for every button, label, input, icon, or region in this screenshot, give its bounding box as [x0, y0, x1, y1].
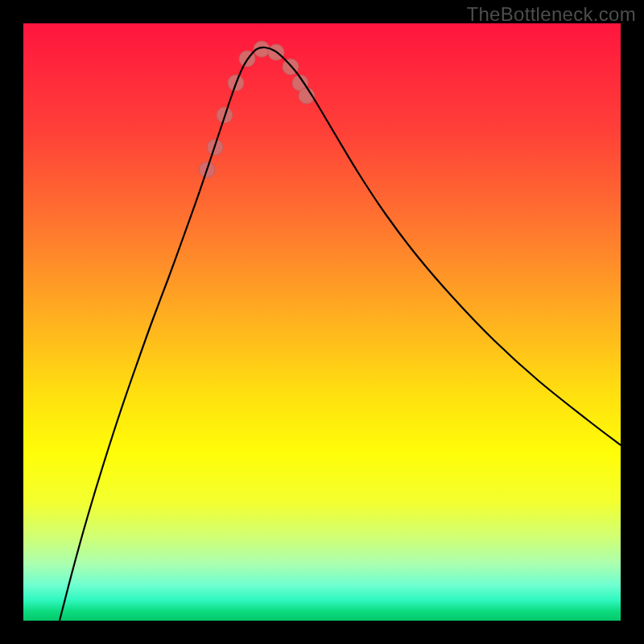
chart-frame: TheBottleneck.com [0, 0, 644, 644]
plot-area [23, 23, 621, 621]
chart-svg [23, 23, 621, 621]
watermark-text: TheBottleneck.com [466, 3, 636, 26]
